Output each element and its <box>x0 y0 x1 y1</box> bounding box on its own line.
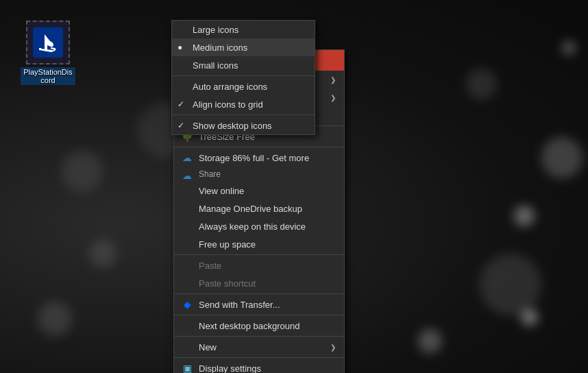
menu-item-storage[interactable]: ☁ Storage 86% full - Get more <box>174 149 344 167</box>
bokeh-2 <box>89 240 117 267</box>
view-arrow: ❯ <box>330 76 336 84</box>
submenu-sep-1 <box>172 75 315 76</box>
desktop-icon-playstation[interactable]: PlayStationDiscord <box>21 21 75 85</box>
playstation-logo <box>33 27 63 58</box>
submenu-item-align-grid[interactable]: ✓ Align icons to grid <box>172 95 315 113</box>
new-arrow: ❯ <box>330 344 336 351</box>
align-grid-check: ✓ <box>177 99 184 109</box>
manage-backup-label: Manage OneDrive backup <box>199 204 302 214</box>
new-label: New <box>199 342 217 352</box>
menu-item-manage-backup[interactable]: Manage OneDrive backup <box>174 200 344 217</box>
show-desktop-check: ✓ <box>177 121 184 130</box>
bokeh-4 <box>38 302 72 336</box>
bokeh-8 <box>521 309 538 326</box>
dropbox-icon: ◆ <box>181 298 193 311</box>
view-submenu: Large icons ● Medium icons Small icons A… <box>171 20 315 135</box>
bokeh-10 <box>466 69 497 99</box>
share-icon: ☁ <box>181 169 193 182</box>
small-icons-label: Small icons <box>193 60 238 71</box>
share-label: Share <box>199 169 221 179</box>
submenu-item-large-icons[interactable]: Large icons <box>172 21 315 38</box>
paste-label: Paste <box>199 261 221 271</box>
sep-6 <box>174 336 344 337</box>
submenu-item-show-desktop[interactable]: ✓ Show desktop icons <box>172 117 315 134</box>
bokeh-5 <box>514 206 535 226</box>
desktop-icon-image <box>26 21 70 64</box>
storage-icon: ☁ <box>181 152 193 164</box>
storage-label: Storage 86% full - Get more <box>199 153 309 163</box>
sep-7 <box>174 357 344 358</box>
align-grid-label: Align icons to grid <box>193 99 263 110</box>
submenu-item-auto-arrange[interactable]: Auto arrange icons <box>172 77 315 95</box>
menu-item-free-space[interactable]: Free up space <box>174 235 344 253</box>
menu-item-display[interactable]: ▣ Display settings <box>174 359 344 373</box>
bokeh-9 <box>418 329 442 353</box>
view-online-label: View online <box>199 186 244 196</box>
menu-item-paste-shortcut: Paste shortcut <box>174 274 344 292</box>
sep-3 <box>174 254 344 255</box>
display-label: Display settings <box>199 363 261 374</box>
bokeh-1 <box>62 151 103 192</box>
menu-item-keep-device[interactable]: Always keep on this device <box>174 217 344 235</box>
auto-arrange-label: Auto arrange icons <box>193 82 267 92</box>
sep-2 <box>174 147 344 147</box>
submenu-sep-2 <box>172 115 315 115</box>
submenu-item-small-icons[interactable]: Small icons <box>172 56 315 74</box>
desktop-icon-label: PlayStationDiscord <box>21 67 75 85</box>
menu-item-send-transfer[interactable]: ◆ Send with Transfer... <box>174 296 344 313</box>
large-icons-label: Large icons <box>193 25 238 35</box>
next-bg-label: Next desktop background <box>199 321 299 331</box>
keep-device-label: Always keep on this device <box>199 221 306 232</box>
menu-item-new[interactable]: New ❯ <box>174 338 344 356</box>
submenu-item-medium-icons[interactable]: ● Medium icons <box>172 38 315 56</box>
free-space-label: Free up space <box>199 239 256 250</box>
sep-4 <box>174 293 344 294</box>
bokeh-11 <box>562 41 576 55</box>
medium-icons-label: Medium icons <box>193 43 247 53</box>
send-transfer-label: Send with Transfer... <box>199 300 280 310</box>
sort-by-arrow: ❯ <box>330 94 336 101</box>
menu-item-next-bg[interactable]: Next desktop background <box>174 317 344 335</box>
sep-5 <box>174 315 344 315</box>
bokeh-7 <box>480 254 541 315</box>
paste-shortcut-label: Paste shortcut <box>199 278 256 289</box>
bokeh-6 <box>541 137 583 178</box>
menu-item-view-online[interactable]: View online <box>174 182 344 200</box>
show-desktop-label: Show desktop icons <box>193 121 272 131</box>
menu-item-paste: Paste <box>174 256 344 274</box>
menu-section-share: ☁ Share <box>174 167 344 182</box>
display-icon: ▣ <box>181 362 193 373</box>
medium-icons-check: ● <box>177 43 182 52</box>
